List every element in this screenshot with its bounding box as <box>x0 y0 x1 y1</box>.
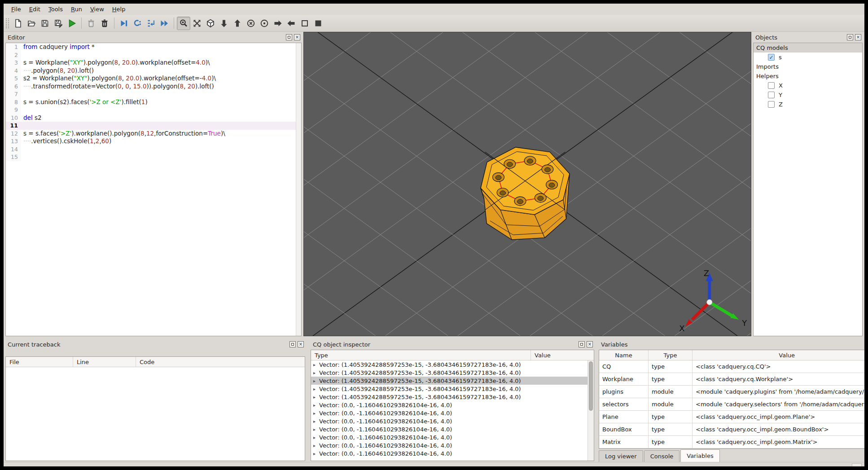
checkbox-z[interactable] <box>768 101 775 108</box>
continue-icon[interactable] <box>158 17 171 30</box>
expand-arrow-icon[interactable]: ▸ <box>313 411 319 416</box>
traceback-col-file[interactable]: File <box>6 357 73 367</box>
delete-all-icon[interactable] <box>98 17 111 30</box>
code-editor[interactable]: 1from cadquery import *23s = Workplane("… <box>5 43 302 336</box>
inspector-row[interactable]: ▸Vector: (0.0, -1.1604610293826104e-16, … <box>311 401 587 409</box>
variables-col-name[interactable]: Name <box>599 350 649 360</box>
tree-item-s[interactable]: ✓s <box>754 53 862 62</box>
traceback-col-code[interactable]: Code <box>136 357 305 367</box>
run-icon[interactable] <box>65 17 79 30</box>
expand-arrow-icon[interactable]: ▸ <box>313 443 319 448</box>
close-icon[interactable]: × <box>298 341 304 347</box>
front-view-icon[interactable] <box>217 17 231 30</box>
expand-arrow-icon[interactable]: ▸ <box>313 378 319 383</box>
objects-group-helpers[interactable]: Helpers <box>754 71 862 81</box>
traceback-col-line[interactable]: Line <box>73 357 136 367</box>
wireframe-icon[interactable] <box>298 17 311 30</box>
menu-run[interactable]: Run <box>67 4 86 14</box>
cq-object-inspector-panel: CQ object inspector × Type Value ▸Vector… <box>310 339 595 462</box>
tree-item-y[interactable]: Y <box>754 90 862 100</box>
menu-edit[interactable]: Edit <box>25 4 44 14</box>
top-view-icon[interactable] <box>244 17 258 30</box>
variable-row[interactable]: Matrixtype<class 'cadquery.occ_impl.geom… <box>599 436 864 448</box>
debug-icon[interactable] <box>117 17 131 30</box>
variable-row[interactable]: Planetype<class 'cadquery.occ_impl.geom.… <box>599 411 864 423</box>
inspector-row[interactable]: ▸Vector: (1.4053924288597253e-15, -3.680… <box>311 377 587 385</box>
iso-view-icon[interactable] <box>204 17 217 30</box>
expand-arrow-icon[interactable]: ▸ <box>313 395 319 400</box>
expand-arrow-icon[interactable]: ▸ <box>313 362 319 367</box>
close-icon[interactable]: × <box>587 341 593 347</box>
expand-arrow-icon[interactable]: ▸ <box>313 403 319 408</box>
tab-console[interactable]: Console <box>644 450 680 462</box>
inspector-row[interactable]: ▸Vector: (1.4053924288597253e-15, -3.680… <box>311 369 587 377</box>
step-in-icon[interactable] <box>144 17 158 30</box>
inspector-row[interactable]: ▸Vector: (1.4053924288597253e-15, -3.680… <box>311 385 587 393</box>
cad-model[interactable] <box>481 147 570 240</box>
float-icon[interactable] <box>579 341 585 347</box>
expand-arrow-icon[interactable]: ▸ <box>313 451 319 456</box>
inspector-scrollbar[interactable] <box>587 360 594 461</box>
tree-item-x[interactable]: X <box>754 81 862 90</box>
inspector-row[interactable]: ▸Vector: (0.0, -1.1604610293826104e-16, … <box>311 409 587 417</box>
objects-group-imports[interactable]: Imports <box>754 62 862 71</box>
float-icon[interactable] <box>847 34 853 40</box>
open-icon[interactable] <box>25 17 38 30</box>
shaded-icon[interactable] <box>311 17 325 30</box>
inspector-row[interactable]: ▸Vector: (0.0, -1.1604610293826104e-16, … <box>311 449 587 457</box>
float-icon[interactable] <box>286 34 292 40</box>
variable-row[interactable]: pluginsmodule<module 'cadquery.plugins' … <box>599 386 864 398</box>
code-text: s2 = Workplane("XY").polygon(8, 20.0).wo… <box>21 75 296 83</box>
inspector-row[interactable]: ▸Vector: (1.4053924288597253e-15, -3.680… <box>311 393 587 401</box>
inspector-row[interactable]: ▸Vector: (0.0, -1.1604610293826104e-16, … <box>311 417 587 425</box>
resize-grip[interactable] <box>852 463 862 467</box>
inspector-row[interactable]: ▸Vector: (0.0, -1.1604610293826104e-16, … <box>311 425 587 433</box>
inspector-col-value[interactable]: Value <box>531 350 594 360</box>
tab-variables[interactable]: Variables <box>680 449 719 462</box>
back-view-icon[interactable] <box>231 17 244 30</box>
expand-arrow-icon[interactable]: ▸ <box>313 435 319 440</box>
expand-arrow-icon[interactable]: ▸ <box>313 387 319 391</box>
inspector-row[interactable]: ▸Vector: (0.0, -1.1604610293826104e-16, … <box>311 433 587 441</box>
expand-arrow-icon[interactable]: ▸ <box>313 419 319 424</box>
inspector-row[interactable]: ▸Vector: (0.0, -1.1604610293826104e-16, … <box>311 441 587 449</box>
fit-zoom-icon[interactable] <box>177 17 190 30</box>
new-file-icon[interactable] <box>11 17 25 30</box>
fit-all-icon[interactable] <box>190 17 204 30</box>
left-view-icon[interactable] <box>271 17 285 30</box>
code-line: 3s = Workplane("XY").polygon(8, 20.0).wo… <box>6 59 296 67</box>
3d-viewport[interactable]: Z X Y <box>303 32 751 336</box>
variable-row[interactable]: selectorsmodule<module 'cadquery.selecto… <box>599 398 864 411</box>
close-icon[interactable]: × <box>855 34 861 40</box>
tab-log-viewer[interactable]: Log viewer <box>599 450 643 462</box>
close-icon[interactable]: × <box>294 34 300 40</box>
menu-file[interactable]: File <box>7 4 25 14</box>
float-icon[interactable] <box>289 341 296 347</box>
menu-view[interactable]: View <box>86 4 108 14</box>
checkbox-s[interactable]: ✓ <box>768 54 775 61</box>
variables-col-value[interactable]: Value <box>693 350 864 360</box>
variables-col-type[interactable]: Type <box>649 350 693 360</box>
line-number: 7 <box>6 90 21 98</box>
expand-arrow-icon[interactable]: ▸ <box>313 427 319 432</box>
tree-item-z[interactable]: Z <box>754 100 862 109</box>
delete-icon[interactable] <box>84 17 98 30</box>
objects-group-cq-models[interactable]: CQ models <box>754 43 862 53</box>
expand-arrow-icon[interactable]: ▸ <box>313 370 319 375</box>
right-view-icon[interactable] <box>285 17 298 30</box>
variable-row[interactable]: CQtype<class 'cadquery.cq.CQ'> <box>599 360 864 373</box>
bottom-view-icon[interactable] <box>258 17 271 30</box>
variable-row[interactable]: Workplanetype<class 'cadquery.cq.Workpla… <box>599 373 864 386</box>
menu-tools[interactable]: Tools <box>44 4 67 14</box>
variable-row[interactable]: BoundBoxtype<class 'cadquery.occ_impl.ge… <box>599 423 864 436</box>
save-icon[interactable] <box>38 17 52 30</box>
checkbox-y[interactable] <box>768 92 775 98</box>
inspector-col-type[interactable]: Type <box>311 350 531 360</box>
step-icon[interactable] <box>131 17 144 30</box>
save-as-icon[interactable] <box>52 17 65 30</box>
toolbar-grip[interactable] <box>6 18 9 28</box>
menu-help[interactable]: Help <box>108 4 130 14</box>
inspector-row[interactable]: ▸Vector: (1.4053924288597253e-15, -3.680… <box>311 360 587 369</box>
editor-scrollbar[interactable] <box>296 43 301 336</box>
checkbox-x[interactable] <box>768 82 775 89</box>
